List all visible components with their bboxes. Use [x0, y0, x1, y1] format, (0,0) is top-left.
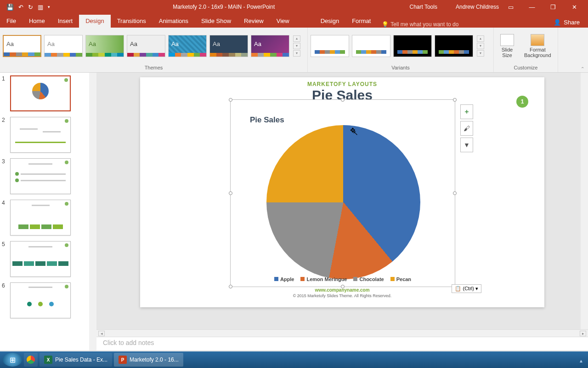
thumb-number: 5: [2, 241, 7, 277]
lightbulb-icon: 💡: [382, 21, 389, 28]
slide-thumbnail-5[interactable]: [10, 241, 71, 277]
format-background-label: Format Background: [524, 47, 551, 58]
theme-thumb[interactable]: Aa: [251, 35, 289, 57]
save-icon[interactable]: 💾: [6, 4, 14, 11]
tell-me-placeholder: Tell me what you want to do: [390, 21, 458, 28]
slide-thumbnail-4[interactable]: [10, 200, 71, 236]
thumbnail-scrollbar[interactable]: [89, 73, 96, 351]
ribbon-options-icon[interactable]: ▭: [502, 4, 520, 11]
chart-filters-button[interactable]: ▼: [460, 138, 473, 152]
chart-object[interactable]: ✥↖ Pie Sales Apple Lemon Meringue Chocol…: [230, 99, 455, 287]
minimize-icon[interactable]: —: [523, 4, 541, 11]
system-tray-icon[interactable]: ▲: [579, 358, 583, 363]
resize-handle[interactable]: [229, 98, 232, 102]
resize-handle[interactable]: [453, 98, 457, 102]
theme-thumb[interactable]: Aa: [85, 35, 124, 57]
chart-elements-button[interactable]: ＋: [460, 104, 473, 119]
redo-icon[interactable]: ↻: [28, 4, 33, 11]
ribbon-tabs: File Home Insert Design Transitions Anim…: [0, 14, 588, 28]
slide-thumbnail-3[interactable]: [10, 158, 71, 194]
theme-thumb[interactable]: Aa: [127, 35, 165, 57]
theme-thumb[interactable]: Aa: [209, 35, 248, 57]
thumb-number: 1: [2, 75, 7, 111]
thumb-number: 2: [2, 117, 7, 153]
themes-more[interactable]: ▴▾▾: [293, 35, 300, 57]
variant-thumb[interactable]: [311, 35, 349, 57]
windows-taskbar: ⊞ XPie Sales Data - Ex... PMarketofy 2.0…: [0, 351, 588, 368]
tab-transitions[interactable]: Transitions: [111, 15, 153, 28]
chart-styles-button[interactable]: 🖌: [460, 121, 473, 136]
slide-size-button[interactable]: Slide Size: [497, 32, 518, 60]
format-background-button[interactable]: Format Background: [520, 32, 555, 60]
theme-thumb[interactable]: Aa: [168, 35, 207, 57]
tab-design[interactable]: Design: [79, 15, 110, 28]
slide-size-icon: [500, 34, 514, 46]
slide-badge: 1: [516, 96, 528, 108]
variant-thumb[interactable]: [393, 35, 432, 57]
slide-thumbnail-1[interactable]: [10, 75, 71, 111]
tab-chart-format[interactable]: Format: [345, 15, 377, 28]
start-button[interactable]: ⊞: [3, 353, 22, 367]
restore-icon[interactable]: ❐: [544, 4, 562, 11]
variants-gallery[interactable]: ▴▾▾: [308, 28, 493, 64]
tab-file[interactable]: File: [0, 15, 23, 28]
legend-lemon: Lemon Meringue: [306, 276, 347, 282]
variant-thumb[interactable]: [435, 35, 473, 57]
user-name[interactable]: Andrew Childress: [456, 4, 499, 10]
start-from-beginning-icon[interactable]: ▥: [38, 4, 43, 11]
thumb-number: 6: [2, 282, 7, 318]
editor-horizontal-scrollbar[interactable]: ◂▸: [96, 329, 588, 337]
footer-copyright: © 2015 Marketofy Slides Theme. All Right…: [140, 293, 544, 298]
share-icon: 👤: [554, 19, 561, 26]
share-button[interactable]: 👤 Share: [545, 17, 588, 28]
qat-more-icon[interactable]: ▾: [48, 5, 50, 9]
chart-legend[interactable]: Apple Lemon Meringue Chocolate Pecan: [231, 276, 455, 282]
tab-view[interactable]: View: [270, 15, 296, 28]
theme-thumb-current[interactable]: Aa: [3, 35, 41, 57]
legend-chocolate: Chocolate: [359, 276, 384, 282]
title-bar: 💾 ↶ ↻ ▥ ▾ Marketofy 2.0 - 16x9 - MAIN - …: [0, 0, 588, 14]
pie-chart[interactable]: [266, 125, 420, 279]
slide-thumbnail-2[interactable]: [10, 117, 71, 153]
slide-canvas[interactable]: MARKETOFY LAYOUTS Pie Sales 1 ✥↖ Pie Sal…: [140, 77, 544, 307]
resize-handle[interactable]: [341, 98, 345, 102]
taskbar-chrome[interactable]: [24, 353, 38, 367]
footer-url: www.companyname.com: [140, 288, 544, 293]
tab-home[interactable]: Home: [23, 15, 51, 28]
resize-handle[interactable]: [453, 191, 457, 195]
chart-title[interactable]: Pie Sales: [250, 115, 284, 125]
theme-thumb[interactable]: Aa: [44, 35, 83, 57]
collapse-ribbon-icon[interactable]: ⌃: [581, 66, 584, 71]
taskbar-excel[interactable]: XPie Sales Data - Ex...: [40, 353, 112, 367]
slide-thumbnail-6[interactable]: [10, 282, 71, 318]
format-background-icon: [531, 34, 544, 46]
contextual-tab-label: Chart Tools: [391, 4, 455, 10]
tab-animations[interactable]: Animations: [153, 15, 195, 28]
tab-slide-show[interactable]: Slide Show: [195, 15, 237, 28]
variants-group-label: Variants: [308, 64, 493, 71]
thumb-number: 3: [2, 158, 7, 194]
themes-group-label: Themes: [0, 64, 307, 71]
editor-vertical-scrollbar[interactable]: [581, 73, 588, 329]
tab-chart-design[interactable]: Design: [314, 15, 345, 28]
tell-me-search[interactable]: 💡 Tell me what you want to do: [377, 21, 545, 28]
slide-thumbnail-panel: 1 2 3 4 5 6: [0, 73, 96, 351]
legend-apple: Apple: [280, 276, 294, 282]
share-label: Share: [564, 19, 580, 26]
taskbar-powerpoint[interactable]: PMarketofy 2.0 - 16...: [114, 353, 183, 367]
ribbon: Aa Aa Aa Aa Aa Aa Aa ▴▾▾ Themes ▴▾▾ Vari…: [0, 28, 588, 73]
customize-group-label: Customize: [494, 64, 558, 71]
themes-gallery[interactable]: Aa Aa Aa Aa Aa Aa Aa ▴▾▾: [0, 28, 307, 64]
variants-more[interactable]: ▴▾▾: [477, 35, 484, 57]
undo-icon[interactable]: ↶: [18, 4, 23, 11]
variant-thumb[interactable]: [352, 35, 390, 57]
tab-insert[interactable]: Insert: [51, 15, 79, 28]
notes-pane[interactable]: Click to add notes: [96, 337, 588, 351]
slide-size-label: Slide Size: [502, 47, 513, 58]
resize-handle[interactable]: [229, 191, 232, 195]
close-icon[interactable]: ✕: [565, 4, 583, 11]
taskbar-powerpoint-label: Marketofy 2.0 - 16...: [130, 356, 179, 363]
legend-pecan: Pecan: [396, 276, 411, 282]
thumb-number: 4: [2, 200, 7, 236]
tab-review[interactable]: Review: [237, 15, 270, 28]
